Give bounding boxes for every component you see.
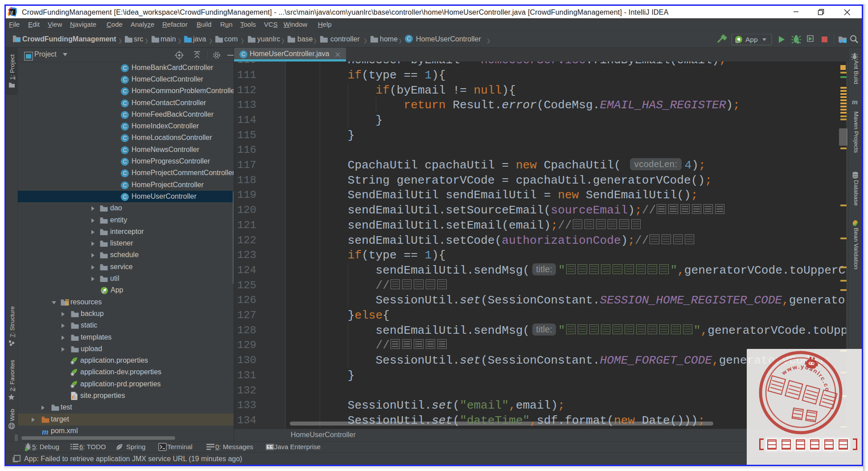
svg-text:App: App	[745, 36, 758, 43]
svg-text:IJ: IJ	[10, 10, 13, 14]
